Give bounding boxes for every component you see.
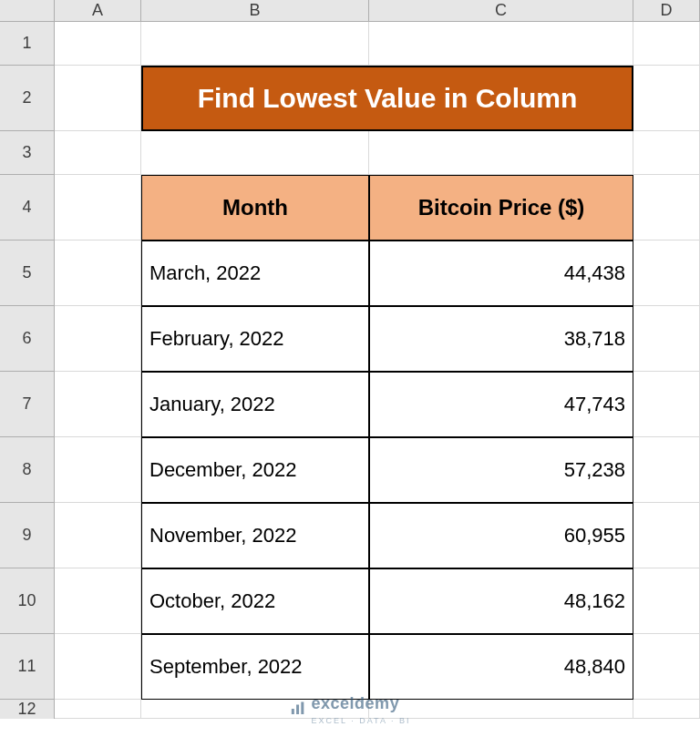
table-header-price[interactable]: Bitcoin Price ($) xyxy=(369,175,633,241)
cell-d1[interactable] xyxy=(633,22,700,66)
cell-a7[interactable] xyxy=(55,372,141,437)
select-all-corner[interactable] xyxy=(0,0,55,22)
table-row[interactable]: December, 2022 xyxy=(141,437,369,503)
cell-d6[interactable] xyxy=(633,306,700,372)
svg-rect-2 xyxy=(301,702,304,715)
cell-b3[interactable] xyxy=(141,131,369,175)
row-header-10[interactable]: 10 xyxy=(0,568,55,634)
cell-a11[interactable] xyxy=(55,634,141,700)
cell-b1[interactable] xyxy=(141,22,369,66)
cell-d9[interactable] xyxy=(633,503,700,568)
svg-rect-0 xyxy=(292,709,294,714)
chart-icon xyxy=(290,701,306,720)
col-header-a[interactable]: A xyxy=(55,0,141,22)
col-header-d[interactable]: D xyxy=(633,0,700,22)
cell-c3[interactable] xyxy=(369,131,633,175)
table-row[interactable]: October, 2022 xyxy=(141,568,369,634)
cell-d12[interactable] xyxy=(633,700,700,719)
cell-c1[interactable] xyxy=(369,22,633,66)
cell-a4[interactable] xyxy=(55,175,141,241)
cell-a12[interactable] xyxy=(55,700,141,719)
col-header-b[interactable]: B xyxy=(141,0,369,22)
cell-a9[interactable] xyxy=(55,503,141,568)
row-header-2[interactable]: 2 xyxy=(0,66,55,131)
watermark-brand: exceldemy xyxy=(312,694,400,712)
cell-a6[interactable] xyxy=(55,306,141,372)
watermark-sub: EXCEL · DATA · BI xyxy=(312,716,411,725)
cell-d2[interactable] xyxy=(633,66,700,131)
cell-a8[interactable] xyxy=(55,437,141,503)
row-header-5[interactable]: 5 xyxy=(0,241,55,306)
table-row[interactable]: 57,238 xyxy=(369,437,633,503)
cell-d8[interactable] xyxy=(633,437,700,503)
row-header-4[interactable]: 4 xyxy=(0,175,55,241)
table-row[interactable]: 38,718 xyxy=(369,306,633,372)
row-header-6[interactable]: 6 xyxy=(0,306,55,372)
row-header-11[interactable]: 11 xyxy=(0,634,55,700)
table-row[interactable]: January, 2022 xyxy=(141,372,369,437)
row-header-8[interactable]: 8 xyxy=(0,437,55,503)
table-row[interactable]: March, 2022 xyxy=(141,241,369,306)
table-row[interactable]: 48,840 xyxy=(369,634,633,700)
row-header-9[interactable]: 9 xyxy=(0,503,55,568)
row-header-3[interactable]: 3 xyxy=(0,131,55,175)
cell-d4[interactable] xyxy=(633,175,700,241)
cell-d5[interactable] xyxy=(633,241,700,306)
cell-a10[interactable] xyxy=(55,568,141,634)
table-row[interactable]: 47,743 xyxy=(369,372,633,437)
cell-a3[interactable] xyxy=(55,131,141,175)
cell-d3[interactable] xyxy=(633,131,700,175)
table-header-month[interactable]: Month xyxy=(141,175,369,241)
col-header-c[interactable]: C xyxy=(369,0,633,22)
cell-a2[interactable] xyxy=(55,66,141,131)
cell-d10[interactable] xyxy=(633,568,700,634)
table-row[interactable]: 44,438 xyxy=(369,241,633,306)
spreadsheet-grid: A B C D 1 2 Find Lowest Value in Column … xyxy=(0,0,700,719)
row-header-7[interactable]: 7 xyxy=(0,372,55,437)
title-cell[interactable]: Find Lowest Value in Column xyxy=(141,66,633,131)
table-row[interactable]: February, 2022 xyxy=(141,306,369,372)
cell-d7[interactable] xyxy=(633,372,700,437)
table-row[interactable]: 48,162 xyxy=(369,568,633,634)
cell-a1[interactable] xyxy=(55,22,141,66)
watermark: exceldemy EXCEL · DATA · BI xyxy=(290,694,411,726)
row-header-12[interactable]: 12 xyxy=(0,700,55,719)
cell-a5[interactable] xyxy=(55,241,141,306)
table-row[interactable]: September, 2022 xyxy=(141,634,369,700)
table-row[interactable]: November, 2022 xyxy=(141,503,369,568)
table-row[interactable]: 60,955 xyxy=(369,503,633,568)
row-header-1[interactable]: 1 xyxy=(0,22,55,66)
svg-rect-1 xyxy=(296,705,299,715)
cell-d11[interactable] xyxy=(633,634,700,700)
